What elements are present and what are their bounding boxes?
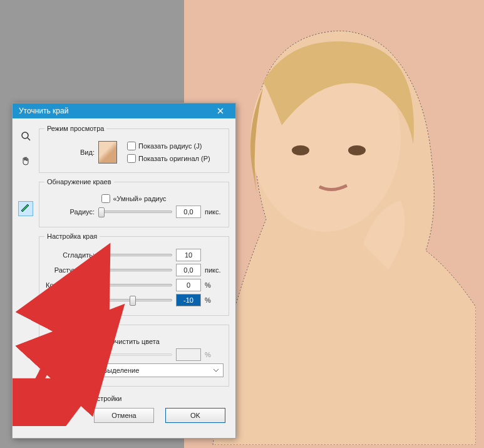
clean-colors-checkbox[interactable]: Очистить цвета	[98, 337, 160, 346]
radius-input[interactable]	[176, 206, 201, 218]
hand-tool[interactable]	[18, 154, 33, 169]
effect-unit: %	[205, 351, 224, 358]
shift-input[interactable]	[176, 294, 201, 306]
radius-label: Радиус:	[44, 208, 95, 216]
close-icon	[217, 108, 224, 114]
edge-detect-legend: Обнаружение краев	[44, 178, 114, 185]
close-button[interactable]	[209, 105, 232, 117]
feather-input[interactable]	[176, 264, 201, 276]
remember-checkbox[interactable]: Запомнить настройки	[41, 394, 229, 403]
edge-adjust-group: Настройка края Сгладить: Растушевка: пик…	[39, 232, 229, 316]
zoom-tool[interactable]	[18, 128, 33, 143]
output-dropdown[interactable]: Выделение	[98, 363, 224, 377]
portrait-selection	[200, 19, 476, 445]
contrast-input[interactable]	[176, 279, 201, 291]
effect-slider	[98, 350, 172, 360]
svg-point-2	[348, 145, 366, 155]
contrast-slider[interactable]	[98, 280, 172, 290]
view-label: Вид:	[44, 148, 95, 156]
shift-unit: %	[205, 296, 224, 304]
hand-icon	[21, 156, 31, 166]
output-group: Вывод Очистить цвета Эффект: % Вывод в: …	[39, 321, 229, 387]
feather-slider[interactable]	[98, 265, 172, 275]
edge-adjust-legend: Настройка края	[44, 232, 100, 240]
contrast-unit: %	[205, 281, 224, 289]
tool-column	[16, 125, 35, 429]
view-mode-group: Режим просмотра Вид: Показать радиус (J)…	[39, 125, 229, 173]
output-legend: Вывод	[44, 321, 70, 328]
radius-slider[interactable]	[98, 207, 172, 217]
edge-detection-group: Обнаружение краев «Умный» радиус Радиус:…	[39, 178, 229, 227]
show-original-checkbox[interactable]: Показать оригинал (P)	[127, 154, 210, 163]
svg-point-3	[22, 132, 28, 138]
refine-brush-tool[interactable]	[18, 201, 33, 216]
output-to-label: Вывод в:	[44, 367, 95, 374]
svg-point-1	[292, 145, 309, 155]
output-value: Выделение	[103, 367, 139, 374]
ok-button[interactable]: OK	[165, 408, 225, 423]
feather-label: Растушевка:	[44, 266, 95, 274]
svg-line-4	[28, 138, 30, 140]
shift-slider[interactable]	[98, 295, 172, 305]
effect-input	[176, 348, 201, 361]
chevron-down-icon	[213, 368, 219, 372]
effect-label: Эффект:	[44, 351, 95, 358]
smooth-label: Сгладить:	[44, 251, 95, 259]
brush-icon	[21, 204, 31, 214]
magnifier-icon	[21, 131, 31, 141]
smooth-slider[interactable]	[98, 250, 172, 260]
view-mode-legend: Режим просмотра	[44, 125, 106, 132]
feather-unit: пикс.	[205, 266, 224, 274]
shift-label: Сместить край:	[44, 296, 95, 304]
titlebar[interactable]: Уточнить край	[13, 103, 235, 118]
view-thumbnail[interactable]	[98, 141, 117, 164]
cancel-button[interactable]: Отмена	[94, 408, 154, 423]
radius-unit: пикс.	[205, 208, 224, 216]
refine-edge-dialog: Уточнить край Режим просмотра Вид: Показ…	[12, 103, 236, 439]
dialog-title: Уточнить край	[19, 107, 68, 115]
smart-radius-checkbox[interactable]: «Умный» радиус	[101, 194, 166, 203]
contrast-label: Контрастность:	[44, 281, 95, 289]
smooth-input[interactable]	[176, 249, 201, 261]
show-radius-checkbox[interactable]: Показать радиус (J)	[127, 142, 210, 150]
